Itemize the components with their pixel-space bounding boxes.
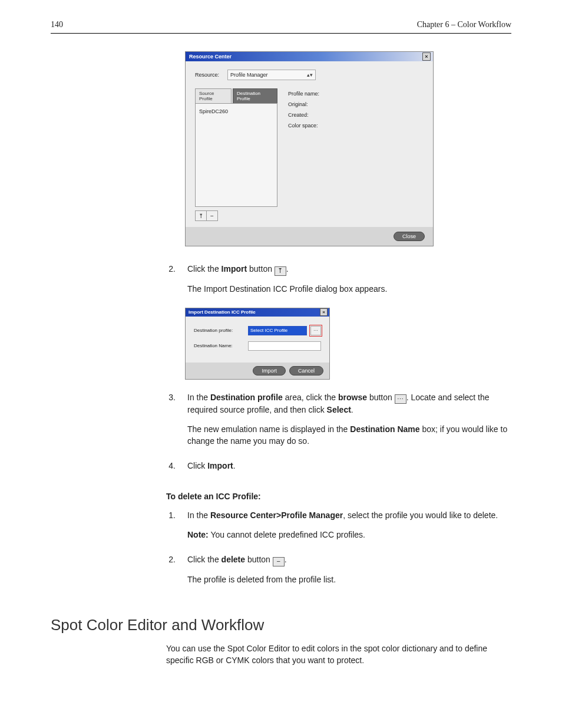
sub-heading: To delete an ICC Profile: <box>166 492 511 501</box>
chapter-title: Chapter 6 – Color Workflow <box>417 20 511 29</box>
dropdown-arrows-icon: ▴▾ <box>307 72 313 78</box>
resource-value: Profile Manager <box>230 72 268 78</box>
step-number: 2. <box>166 554 176 592</box>
step-text: Click the Import button ⤒. <box>187 263 511 276</box>
step-text: Click the delete button −. <box>187 554 511 566</box>
browse-icon: ⋯ <box>395 394 406 404</box>
dest-profile-label: Destination profile: <box>194 328 244 333</box>
step-note: Note: You cannot delete predefined ICC p… <box>187 529 511 541</box>
close-icon[interactable]: × <box>422 52 431 61</box>
resource-label: Resource: <box>195 72 219 78</box>
step-number: 3. <box>166 391 176 454</box>
field-original: Original: <box>288 101 308 107</box>
page-number: 140 <box>51 20 63 29</box>
resource-dropdown[interactable]: Profile Manager ▴▾ <box>227 70 316 80</box>
delete-button[interactable]: − <box>207 210 218 221</box>
dialog-title: Import Destination ICC Profile <box>189 309 256 315</box>
step-text: Click Import. <box>187 460 511 472</box>
profile-list[interactable]: SpireDC260 <box>195 104 277 207</box>
import-button[interactable]: Import <box>253 366 286 375</box>
step-number: 1. <box>166 509 176 548</box>
dest-profile-input[interactable]: Select ICC Profile <box>248 326 307 335</box>
step-text: In the Resource Center>Profile Manager, … <box>187 509 511 521</box>
close-icon[interactable]: × <box>320 308 328 316</box>
list-item[interactable]: SpireDC260 <box>199 108 228 114</box>
step-number: 2. <box>166 263 176 302</box>
browse-button[interactable]: ⋯ <box>310 326 321 335</box>
section-paragraph: You can use the Spot Color Editor to edi… <box>166 643 511 667</box>
step-text: The new emulation name is displayed in t… <box>187 423 511 447</box>
tab-source-profile[interactable]: Source Profile <box>195 88 232 103</box>
import-icon: ⤒ <box>275 266 286 276</box>
step-text: In the Destination profile area, click t… <box>187 391 511 416</box>
section-heading: Spot Color Editor and Workflow <box>51 616 511 634</box>
dest-name-input[interactable] <box>248 341 321 351</box>
browse-icon: ⋯ <box>313 328 318 333</box>
close-button[interactable]: Close <box>394 232 425 241</box>
import-icc-dialog: Import Destination ICC Profile × Destina… <box>185 308 330 380</box>
step-number: 4. <box>166 460 176 479</box>
import-button[interactable]: ⤒ <box>195 210 207 221</box>
field-created: Created: <box>288 112 309 118</box>
field-profile-name: Profile name: <box>288 91 319 97</box>
step-text: The profile is deleted from the profile … <box>187 574 511 585</box>
minus-icon: − <box>210 213 214 219</box>
tab-destination-profile[interactable]: Destination Profile <box>233 88 277 103</box>
dest-name-label: Destination Name: <box>194 343 244 348</box>
page-header: 140 Chapter 6 – Color Workflow <box>51 20 511 34</box>
cancel-button[interactable]: Cancel <box>289 366 323 375</box>
step-text: The Import Destination ICC Profile dialo… <box>187 283 511 295</box>
field-color-space: Color space: <box>288 123 318 129</box>
delete-icon: − <box>273 557 285 566</box>
resource-center-window: Resource Center × Resource: Profile Mana… <box>185 51 434 246</box>
import-icon: ⤒ <box>199 213 203 219</box>
window-title: Resource Center <box>189 54 232 60</box>
